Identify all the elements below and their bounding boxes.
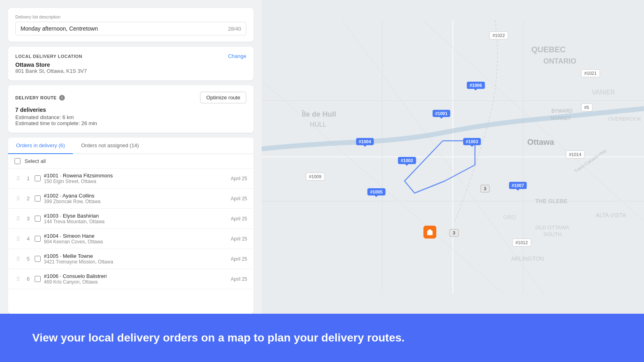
- table-row: ⠿ 3 #1003 · Elyse Bashirian 144 Treva Mo…: [8, 209, 254, 229]
- map-pin[interactable]: #1004: [356, 138, 374, 145]
- info-icon: i: [59, 95, 65, 101]
- left-panel: Delivery list description Monday afterno…: [0, 0, 262, 314]
- order-title: #1002 · Ayana Collins: [44, 193, 227, 199]
- map-background: [262, 0, 644, 314]
- drag-handle[interactable]: ⠿: [14, 216, 22, 222]
- order-title: #1005 · Mellie Towne: [44, 253, 227, 259]
- drag-handle[interactable]: ⠿: [14, 195, 22, 202]
- order-title: #1001 · Rowena Fitzsimmons: [44, 173, 227, 179]
- tabs-header: Orders in delivery (6) Orders not assign…: [8, 138, 254, 154]
- route-deliveries: 7 deliveries: [15, 107, 246, 113]
- map-pin[interactable]: #1001: [432, 110, 450, 117]
- order-num: 3: [25, 216, 31, 222]
- map-pin[interactable]: #1007: [509, 182, 527, 189]
- delivery-desc-value: Monday afternoon, Centretown: [21, 25, 98, 32]
- order-title: #1006 · Consuelo Balistreri: [44, 273, 227, 279]
- orders-container: ⠿ 1 #1001 · Rowena Fitzsimmons 150 Elgin…: [8, 169, 254, 289]
- location-label: LOCAL DELIVERY LOCATION: [15, 54, 82, 59]
- store-pin: [423, 226, 436, 239]
- order-checkbox[interactable]: [35, 276, 41, 282]
- order-title: #1004 · Simeon Hane: [44, 233, 227, 239]
- map-pin[interactable]: #1003: [463, 138, 481, 145]
- order-date: April 25: [231, 176, 247, 181]
- delivery-count: 28/40: [228, 26, 241, 32]
- route-label: DELIVERY ROUTE: [15, 95, 57, 100]
- map-pin[interactable]: #1006: [467, 82, 485, 89]
- table-row: ⠿ 2 #1002 · Ayana Collins 399 Zboncak Ro…: [8, 189, 254, 209]
- route-distance: Estimated distance: 6 km: [15, 114, 246, 120]
- order-address: 469 Kris Canyon, Ottawa: [44, 279, 227, 285]
- order-checkbox[interactable]: [35, 256, 41, 262]
- route-time: Estimated time to complete: 26 min: [15, 120, 246, 126]
- order-address: 144 Treva Mountain, Ottawa: [44, 219, 227, 224]
- location-card: LOCAL DELIVERY LOCATION Change Ottawa St…: [8, 47, 254, 80]
- orders-list: Select all ⠿ 1 #1001 · Rowena Fitzsimmon…: [8, 154, 254, 314]
- map-pin-unassigned: #5: [581, 103, 592, 111]
- order-info: #1002 · Ayana Collins 399 Zboncak Row, O…: [44, 193, 227, 204]
- order-checkbox[interactable]: [35, 175, 41, 181]
- location-address: 801 Bank St, Ottawa, K1S 3V7: [15, 68, 246, 74]
- map-pin-unassigned: #1021: [581, 69, 600, 77]
- order-date: April 25: [231, 276, 247, 282]
- bottom-banner: View your local delivery orders on a map…: [0, 314, 644, 362]
- order-num: 2: [25, 195, 31, 202]
- order-checkbox[interactable]: [35, 216, 41, 222]
- order-date: April 25: [231, 196, 247, 202]
- order-title: #1003 · Elyse Bashirian: [44, 213, 227, 219]
- select-all-checkbox[interactable]: [14, 158, 21, 164]
- map-pin[interactable]: #1005: [367, 188, 386, 195]
- order-address: 3421 Tremayne Mission, Ottawa: [44, 259, 227, 265]
- order-info: #1004 · Simeon Hane 904 Keenan Coves, Ot…: [44, 233, 227, 245]
- map-area: Île de Hull HULL QUEBEC ONTARIO VANIER O…: [262, 0, 644, 314]
- drag-handle[interactable]: ⠿: [14, 276, 22, 282]
- select-all-label: Select all: [25, 158, 46, 164]
- tabs-card: Orders in delivery (6) Orders not assign…: [8, 138, 254, 314]
- table-row: ⠿ 4 #1004 · Simeon Hane 904 Keenan Coves…: [8, 229, 254, 249]
- map-pin-unassigned: #1022: [489, 31, 508, 39]
- order-checkbox[interactable]: [35, 195, 41, 202]
- order-address: 904 Keenan Coves, Ottawa: [44, 239, 227, 245]
- change-link[interactable]: Change: [228, 53, 246, 59]
- table-row: ⠿ 1 #1001 · Rowena Fitzsimmons 150 Elgin…: [8, 169, 254, 189]
- order-info: #1001 · Rowena Fitzsimmons 150 Elgin Str…: [44, 173, 227, 184]
- order-address: 399 Zboncak Row, Ottawa: [44, 199, 227, 204]
- drag-handle[interactable]: ⠿: [14, 236, 22, 242]
- optimize-route-button[interactable]: Optimize route: [200, 92, 246, 103]
- order-address: 150 Elgin Street, Ottawa: [44, 179, 227, 184]
- order-num: 5: [25, 256, 31, 262]
- order-date: April 25: [231, 216, 247, 222]
- order-info: #1006 · Consuelo Balistreri 469 Kris Can…: [44, 273, 227, 285]
- drag-handle[interactable]: ⠿: [14, 256, 22, 262]
- drag-handle[interactable]: ⠿: [14, 175, 22, 182]
- location-name: Ottawa Store: [15, 62, 246, 68]
- order-date: April 25: [231, 256, 247, 262]
- banner-text: View your local delivery orders on a map…: [32, 331, 405, 344]
- table-row: ⠿ 5 #1005 · Mellie Towne 3421 Tremayne M…: [8, 249, 254, 269]
- order-date: April 25: [231, 236, 247, 242]
- tab-orders-in-delivery[interactable]: Orders in delivery (6): [8, 138, 73, 154]
- route-card: DELIVERY ROUTE i Optimize route 7 delive…: [8, 85, 254, 133]
- order-num: 4: [25, 236, 31, 242]
- order-info: #1005 · Mellie Towne 3421 Tremayne Missi…: [44, 253, 227, 265]
- table-row: ⠿ 6 #1006 · Consuelo Balistreri 469 Kris…: [8, 269, 254, 289]
- map-pin-unassigned: #1009: [306, 173, 325, 181]
- delivery-desc-card: Delivery list description Monday afterno…: [8, 8, 254, 42]
- order-checkbox[interactable]: [35, 236, 41, 242]
- delivery-desc-label: Delivery list description: [15, 14, 246, 19]
- tab-orders-not-assigned[interactable]: Orders not assigned (14): [73, 138, 147, 154]
- map-pin-unassigned: #1014: [566, 150, 585, 158]
- order-info: #1003 · Elyse Bashirian 144 Treva Mounta…: [44, 213, 227, 224]
- order-num: 1: [25, 175, 31, 181]
- map-pin[interactable]: #1002: [398, 157, 416, 164]
- map-pin-unassigned: #1012: [512, 239, 531, 247]
- select-all-row: Select all: [8, 154, 254, 169]
- order-num: 6: [25, 276, 31, 282]
